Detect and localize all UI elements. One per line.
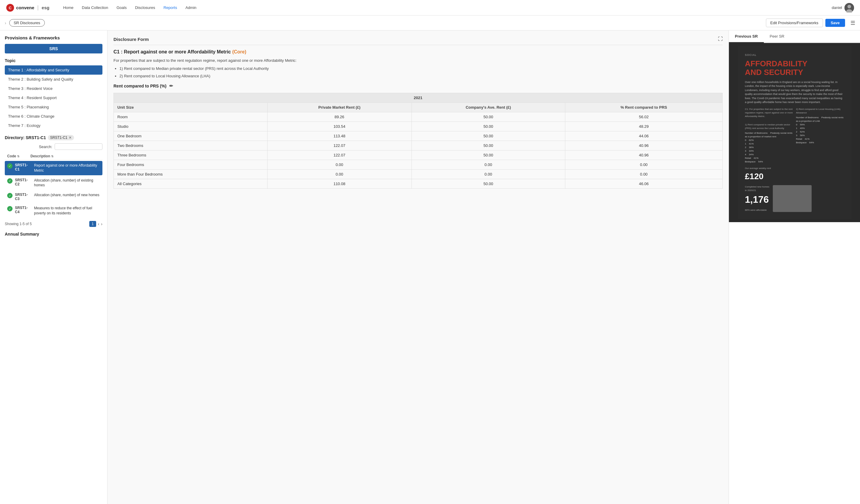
cell-company-4: 50.00 [412,150,565,160]
page-1-button[interactable]: 1 [89,221,96,227]
table-row: One Bedroom 113.48 50.00 44.06 [114,131,723,141]
preview-social-tag: SOCIAL [745,53,844,57]
bullet-1: 1) Rent compared to Median private renta… [119,66,723,72]
cell-company-1: 50.00 [412,122,565,131]
directory-badge-close[interactable]: ✕ [69,135,72,140]
dir-code-1: SRST1-C1 [15,163,32,171]
check-icon-2: ✓ [7,178,13,184]
cell-pct-7: 46.06 [565,179,722,189]
metric-desc-intro: For properties that are subject to the r… [113,58,297,63]
check-icon-1: ✓ [7,163,13,169]
table-row: Three Bedrooms 122.07 50.00 40.96 [114,150,723,160]
tab-previous-sr[interactable]: Previous SR [729,30,764,43]
nav-disclosures[interactable]: Disclosures [131,3,159,12]
right-panel-tabs: Previous SR Peer SR [729,30,860,43]
save-button[interactable]: Save [825,19,845,27]
hamburger-menu-icon[interactable]: ☰ [850,20,855,26]
topic-item-4[interactable]: Theme 4 : Resident Support [5,93,102,102]
cell-private-0: 89.26 [267,112,412,122]
search-row: Search: [5,143,102,150]
dir-item-1[interactable]: ✓ SRST1-C1 Report against one or more Af… [5,161,102,175]
preview-main-title: AFFORDABILITYAND SECURITY [745,59,844,76]
page-prev-button[interactable]: ‹ [98,221,99,226]
preview-new-homes-num: 1,176 [745,192,770,207]
th-private: Private Market Rent (£) [267,103,412,112]
cell-pct-4: 40.96 [565,150,722,160]
cell-company-6: 0.00 [412,170,565,179]
edit-pencil-icon[interactable]: ✏ [169,83,173,89]
th-pct: % Rent compared to PRS [565,103,722,112]
nav-reports[interactable]: Reports [160,3,181,12]
cell-private-7: 110.08 [267,179,412,189]
bullet-2: 2) Rent compared to Local Housing Allowa… [119,73,723,80]
pagination-row: Showing 1-5 of 5 1 ‹ › [5,221,102,227]
breadcrumb-chevron: › [5,20,6,25]
breadcrumb-button[interactable]: SR Disclosures [9,19,45,27]
year-header: 2021 [114,93,723,103]
tab-peer-sr[interactable]: Peer SR [764,30,790,43]
center-expand-icon[interactable]: ⛶ [718,37,723,42]
logo-sub: esg [42,5,49,10]
cell-unit-0: Room [114,112,268,122]
directory-title: Directory: SRST1-C1 [5,135,46,140]
cell-private-3: 122.07 [267,141,412,150]
preview-col-left: C1: For properties that are subject to t… [745,107,793,164]
table-row: More than Four Bedrooms 0.00 0.00 0.00 [114,170,723,179]
topic-item-1[interactable]: Theme 1 : Affordability and Security [5,66,102,75]
dir-desc-1: Report against one or more Affordability… [34,163,100,173]
dir-code-4: SRST1-C4 [15,206,32,214]
topic-item-3[interactable]: Theme 3 : Resident Voice [5,84,102,93]
table-row: All Categories 110.08 50.00 46.06 [114,179,723,189]
col-header-code: Code ⇅ [7,154,28,158]
directory-section: Directory: SRST1-C1 SRST1-C1 ✕ Search: C… [5,135,102,227]
dir-desc-3: Allocation (share, number) of new homes [34,192,100,198]
user-avatar[interactable] [844,3,854,13]
cell-private-2: 113.48 [267,131,412,141]
cell-unit-1: Studio [114,122,268,131]
nav-home[interactable]: Home [59,3,77,12]
directory-header: Directory: SRST1-C1 SRST1-C1 ✕ [5,135,102,140]
cell-pct-5: 0.00 [565,160,722,170]
page-next-button[interactable]: › [101,221,102,226]
dir-item-2[interactable]: ✓ SRST1-C2 Allocation (share, number) of… [5,176,102,190]
cell-unit-5: Four Bedrooms [114,160,268,170]
metric-title-text: C1 : Report against one or more Affordab… [113,49,231,54]
cell-pct-2: 44.06 [565,131,722,141]
showing-text: Showing 1-5 of 5 [5,222,32,226]
th-unit: Unit Size [114,103,268,112]
topic-item-7[interactable]: Theme 7 : Ecology [5,121,102,130]
nav-data-collection[interactable]: Data Collection [78,3,112,12]
cell-company-3: 50.00 [412,141,565,150]
preview-grid: C1: For properties that are subject to t… [745,107,844,164]
topic-item-6[interactable]: Theme 6 : Climate Change [5,112,102,121]
preview-building-image [773,185,812,212]
preview-avg-rent: £120 [745,170,844,183]
cell-private-4: 122.07 [267,150,412,160]
check-icon-4: ✓ [7,206,13,212]
cell-company-7: 50.00 [412,179,565,189]
nav-admin[interactable]: Admin [182,3,200,12]
srs-button[interactable]: SRS [5,44,102,54]
dir-item-3[interactable]: ✓ SRST1-C3 Allocation (share, number) of… [5,190,102,203]
navbar-right: daniel [832,3,854,13]
provisions-title: Provisions & Frameworks [5,35,102,40]
topic-item-5[interactable]: Theme 5 : Placemaking [5,102,102,112]
sort-desc-icon[interactable]: ⇅ [51,155,54,158]
left-panel: Provisions & Frameworks SRS Topic Theme … [0,30,108,504]
dir-code-3: SRST1-C3 [15,192,32,201]
svg-text:C: C [9,6,12,10]
core-tag: (Core) [232,49,246,54]
metric-bullets: 1) Rent compared to Median private renta… [119,66,723,80]
search-input[interactable] [55,143,102,150]
table-row: Room 89.26 50.00 56.02 [114,112,723,122]
edit-provisions-button[interactable]: Edit Provisions/Frameworks [766,18,823,27]
dir-item-4[interactable]: ✓ SRST1-C4 Measures to reduce the effect… [5,204,102,218]
cell-unit-4: Three Bedrooms [114,150,268,160]
directory-badge-label: SRST1-C1 [50,135,68,140]
data-table: 2021 Unit Size Private Market Rent (£) C… [113,93,723,189]
topic-item-2[interactable]: Theme 2 : Building Safety and Quality [5,75,102,84]
nav-goals[interactable]: Goals [113,3,130,12]
nav-links: Home Data Collection Goals Disclosures R… [59,3,200,12]
rent-prs-label: Rent compared to PRS (%) [113,84,166,88]
sort-code-icon[interactable]: ⇅ [17,155,19,158]
